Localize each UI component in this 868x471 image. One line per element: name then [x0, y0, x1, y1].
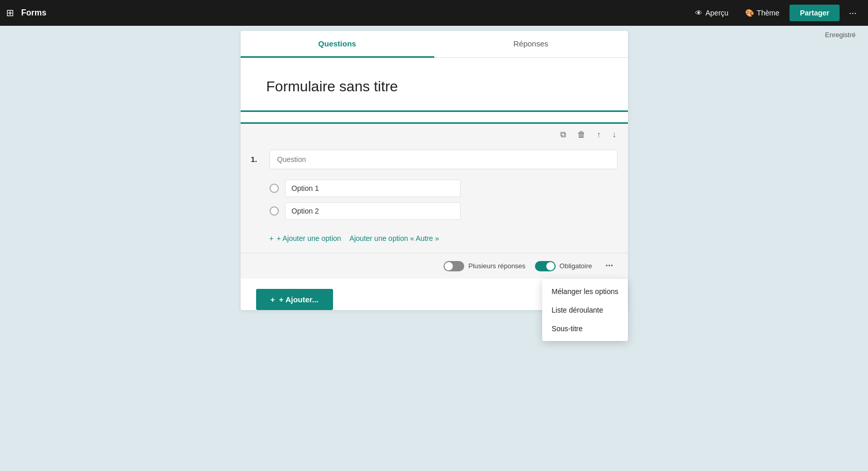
tabs: Questions Réponses	[241, 31, 628, 58]
options-list	[241, 177, 628, 231]
option-row-1	[270, 180, 618, 197]
option-input-1[interactable]	[285, 180, 461, 197]
plusieurs-reponses-label: Plusieurs réponses	[468, 262, 526, 270]
form-panel: Questions Réponses ⧉ 🗑 ↑	[241, 31, 628, 310]
plusieurs-reponses-toggle[interactable]	[444, 261, 464, 271]
topnav-more-button[interactable]: ···	[844, 5, 862, 22]
tab-reponses[interactable]: Réponses	[434, 31, 628, 58]
add-options-row: + + Ajouter une option Ajouter une optio…	[241, 231, 628, 253]
arrow-up-icon: ↑	[597, 130, 601, 139]
add-other-link[interactable]: Ajouter une option « Autre »	[350, 234, 439, 242]
move-up-button[interactable]: ↑	[594, 128, 604, 141]
add-question-button[interactable]: + + Ajouter...	[256, 289, 333, 310]
delete-button[interactable]: 🗑	[574, 128, 589, 141]
toggle-thumb-2	[546, 262, 555, 270]
question-card-bottom: Plusieurs réponses Obligatoire ··· Mélan…	[241, 253, 628, 279]
dropdown-item-melanger[interactable]: Mélanger les options	[542, 282, 627, 301]
radio-circle-2[interactable]	[270, 206, 279, 216]
plus-icon: +	[270, 234, 274, 242]
copy-icon: ⧉	[560, 130, 566, 139]
apps-icon[interactable]: ⊞	[6, 7, 14, 19]
question-input[interactable]	[270, 150, 618, 169]
option-input-2[interactable]	[285, 202, 461, 220]
obligatoire-toggle[interactable]	[535, 261, 556, 271]
arrow-down-icon: ↓	[612, 130, 617, 139]
toggle-thumb-1	[445, 262, 453, 270]
question-more-button[interactable]: ···	[601, 259, 617, 272]
option-row-2	[270, 202, 618, 220]
eye-icon: 👁	[695, 9, 702, 17]
dropdown-item-liste[interactable]: Liste déroulante	[542, 301, 627, 319]
plusieurs-reponses-group: Plusieurs réponses	[444, 261, 526, 271]
move-down-button[interactable]: ↓	[609, 128, 620, 141]
question-number: 1.	[251, 150, 263, 164]
main-area: Questions Réponses ⧉ 🗑 ↑	[0, 26, 868, 471]
add-icon: +	[271, 295, 275, 304]
tab-questions[interactable]: Questions	[241, 31, 434, 58]
app-title: Forms	[21, 8, 46, 18]
topnav: ⊞ Forms 👁 Aperçu 🎨 Thème Partager ···	[0, 0, 868, 26]
question-row: 1.	[241, 145, 628, 177]
form-title-input[interactable]	[266, 78, 602, 95]
obligatoire-label: Obligatoire	[560, 262, 592, 270]
copy-button[interactable]: ⧉	[557, 128, 569, 141]
delete-icon: 🗑	[577, 130, 586, 139]
theme-button[interactable]: 🎨 Thème	[739, 6, 786, 20]
apercu-button[interactable]: 👁 Aperçu	[689, 6, 734, 20]
question-card-toolbar: ⧉ 🗑 ↑ ↓	[241, 124, 628, 145]
dropdown-item-sous-titre[interactable]: Sous-titre	[542, 319, 627, 338]
question-card: ⧉ 🗑 ↑ ↓ 1.	[241, 122, 628, 279]
radio-circle-1[interactable]	[270, 184, 279, 193]
topnav-actions: 👁 Aperçu 🎨 Thème Partager ···	[689, 5, 862, 22]
saved-label: Enregistré	[825, 31, 856, 39]
dropdown-menu: Mélanger les options Liste déroulante So…	[542, 279, 627, 341]
theme-icon: 🎨	[745, 9, 754, 17]
obligatoire-group: Obligatoire	[535, 261, 592, 271]
add-option-link[interactable]: + + Ajouter une option	[270, 234, 341, 242]
form-title-area	[241, 58, 628, 112]
partager-button[interactable]: Partager	[790, 5, 840, 21]
